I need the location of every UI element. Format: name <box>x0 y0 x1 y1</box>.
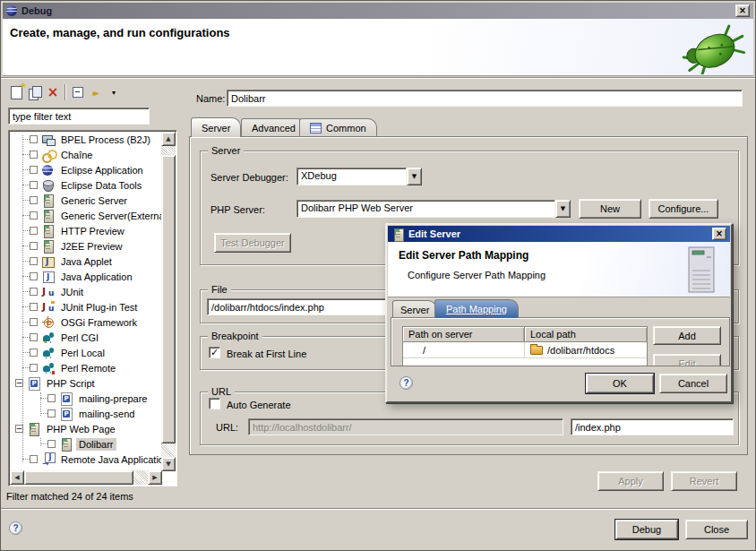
collapse-all-icon[interactable] <box>69 84 87 100</box>
tree-expander-icon[interactable] <box>47 409 56 418</box>
toolbar-menu-icon[interactable]: ▾ <box>105 84 123 100</box>
eclipse-logo-icon <box>6 5 17 16</box>
revert-button[interactable]: Revert <box>671 471 737 491</box>
tree-item[interactable]: Java Applet <box>10 254 161 269</box>
table-cell-local-path[interactable]: /dolibarr/htdocs <box>525 342 647 357</box>
dialog-help-icon[interactable]: ? <box>399 376 413 390</box>
tree-horizontal-scrollbar[interactable]: ◀ ▶ <box>10 470 162 485</box>
delete-icon[interactable]: × <box>44 84 62 100</box>
ok-button[interactable]: OK <box>586 374 654 393</box>
folder-icon <box>530 346 543 355</box>
break-first-line-checkbox[interactable]: ✓ <box>209 347 220 358</box>
tree-item[interactable]: Generic Server <box>10 193 161 208</box>
new-server-button[interactable]: New <box>579 199 641 219</box>
filter-icon[interactable]: ▸▸ <box>87 84 105 100</box>
column-header-path-on-server: Path on server <box>403 327 525 342</box>
close-button[interactable]: Close <box>685 520 748 539</box>
database-icon <box>41 178 56 193</box>
dialog-tab-path-mapping[interactable]: Path Mapping <box>434 299 519 318</box>
tree-item[interactable]: Dolibarr <box>10 436 161 452</box>
scroll-up-icon[interactable]: ▲ <box>161 132 176 146</box>
tree-item[interactable]: mailing-prepare <box>10 391 161 406</box>
tree-item[interactable]: JUnit <box>10 284 161 299</box>
table-cell-server-path[interactable]: / <box>403 342 525 357</box>
tree-expander-icon[interactable] <box>30 455 38 463</box>
tree-expander-icon[interactable] <box>30 303 38 311</box>
tree-expander-icon[interactable] <box>30 181 38 189</box>
vertical-scroll-thumb[interactable] <box>161 155 176 443</box>
configure-button[interactable]: Configure... <box>649 199 718 219</box>
tree-vertical-scrollbar[interactable]: ▲ ▼ <box>161 132 176 471</box>
horizontal-scroll-thumb[interactable] <box>24 470 133 485</box>
tree-item[interactable]: OSGi Framework <box>10 314 161 330</box>
tree-expander-icon[interactable] <box>30 211 38 220</box>
tree-item[interactable]: Chaîne <box>10 147 161 162</box>
tree-item[interactable]: Perl CGI <box>10 330 161 345</box>
tree-expander-icon[interactable] <box>30 318 38 326</box>
scroll-left-icon[interactable]: ◀ <box>10 470 24 485</box>
add-button[interactable]: Add <box>653 326 721 345</box>
cancel-button[interactable]: Cancel <box>659 374 727 393</box>
help-icon[interactable]: ? <box>9 521 22 535</box>
scroll-right-icon[interactable]: ▶ <box>148 470 162 485</box>
url-file-input[interactable] <box>571 418 734 435</box>
tree-expander-icon[interactable] <box>30 349 38 357</box>
test-debugger-button[interactable]: Test Debugger <box>214 233 291 253</box>
java-icon <box>41 270 56 284</box>
close-icon[interactable]: × <box>735 4 750 17</box>
server-debugger-select[interactable]: XDebug ▼ <box>296 168 422 185</box>
chevron-down-icon[interactable]: ▼ <box>555 200 571 218</box>
tab-server[interactable]: Server <box>191 117 241 137</box>
tree-item[interactable]: JUnit Plug-in Test <box>10 299 161 314</box>
tree-expander-icon[interactable]: − <box>15 379 23 387</box>
tree-expander-icon[interactable] <box>30 151 38 159</box>
scroll-down-icon[interactable]: ▼ <box>161 457 176 471</box>
debug-button[interactable]: Debug <box>615 520 678 539</box>
tree-item[interactable]: − PHP Script <box>10 375 161 391</box>
name-input[interactable] <box>227 90 743 107</box>
chevron-down-icon[interactable]: ▼ <box>407 168 422 185</box>
tree-expander-icon[interactable] <box>47 440 56 448</box>
tree-expander-icon[interactable] <box>30 196 38 204</box>
tree-item[interactable]: Remote Java Application <box>10 452 161 467</box>
tab-advanced[interactable]: Advanced <box>241 118 306 137</box>
tree-item[interactable]: Eclipse Application <box>10 162 161 177</box>
tree-item[interactable]: mailing-send <box>10 406 161 421</box>
new-configuration-icon[interactable] <box>8 84 26 100</box>
tree-item[interactable]: HTTP Preview <box>10 223 161 238</box>
tree-expander-icon[interactable] <box>30 166 38 174</box>
auto-generate-checkbox[interactable] <box>209 398 220 409</box>
server-icon <box>41 209 56 223</box>
apply-button[interactable]: Apply <box>597 471 664 491</box>
url-label: URL: <box>216 422 238 433</box>
tree-expander-icon[interactable] <box>47 394 56 402</box>
tree-expander-icon[interactable] <box>30 272 38 280</box>
tree-expander-icon[interactable] <box>30 257 38 265</box>
tree-item[interactable]: Perl Local <box>10 345 161 360</box>
configurations-tree: BPEL Process (B2J) Chaîne Eclipse Applic… <box>8 130 177 486</box>
tree-expander-icon[interactable]: − <box>15 425 23 433</box>
server-debugger-label: Server Debugger: <box>210 172 288 183</box>
edit-button[interactable]: Edit <box>653 354 721 366</box>
tree-expander-icon[interactable] <box>30 364 38 372</box>
tree-item[interactable]: J2EE Preview <box>10 238 161 254</box>
tree-viewport: BPEL Process (B2J) Chaîne Eclipse Applic… <box>10 132 161 471</box>
tab-common[interactable]: Common <box>299 118 377 137</box>
url-auto-input <box>248 418 563 435</box>
tree-item[interactable]: Eclipse Data Tools <box>10 177 161 193</box>
tree-expander-icon[interactable] <box>30 288 38 296</box>
duplicate-icon[interactable] <box>26 84 44 100</box>
tree-expander-icon[interactable] <box>30 227 38 235</box>
tree-item[interactable]: Perl Remote <box>10 360 161 375</box>
tree-expander-icon[interactable] <box>30 242 38 250</box>
php-server-select[interactable]: Dolibarr PHP Web Server ▼ <box>296 200 571 218</box>
tree-item[interactable]: Generic Server(External La <box>10 208 161 223</box>
tree-item[interactable]: − PHP Web Page <box>10 421 161 436</box>
close-icon[interactable]: × <box>712 228 726 240</box>
tree-expander-icon[interactable] <box>30 135 38 143</box>
tree-expander-icon[interactable] <box>30 333 38 341</box>
filter-input[interactable] <box>8 108 150 125</box>
tree-item[interactable]: BPEL Process (B2J) <box>10 132 161 147</box>
dialog-tab-server[interactable]: Server <box>392 300 437 318</box>
tree-item[interactable]: Java Application <box>10 269 161 284</box>
